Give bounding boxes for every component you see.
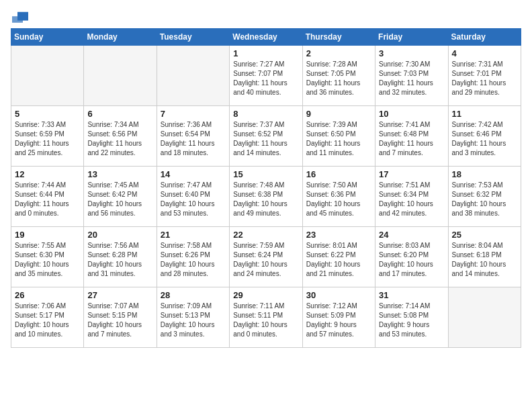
day-number: 18 [452,169,517,179]
day-header-saturday: Saturday [448,29,521,46]
calendar-week-row: 5Sunrise: 7:33 AM Sunset: 6:59 PM Daylig… [11,106,521,167]
calendar-table: SundayMondayTuesdayWednesdayThursdayFrid… [11,28,521,348]
calendar-cell: 1Sunrise: 7:27 AM Sunset: 7:07 PM Daylig… [230,46,302,106]
calendar-cell: 21Sunrise: 7:58 AM Sunset: 6:26 PM Dayli… [157,227,229,287]
calendar-cell: 24Sunrise: 8:03 AM Sunset: 6:20 PM Dayli… [375,227,448,287]
day-number: 25 [452,230,517,240]
calendar-cell: 2Sunrise: 7:28 AM Sunset: 7:05 PM Daylig… [302,46,375,106]
calendar-week-row: 19Sunrise: 7:55 AM Sunset: 6:30 PM Dayli… [11,227,521,287]
day-header-wednesday: Wednesday [230,29,302,46]
day-number: 28 [161,290,226,300]
day-info: Sunrise: 7:55 AM Sunset: 6:30 PM Dayligh… [15,241,80,279]
calendar-cell: 13Sunrise: 7:45 AM Sunset: 6:42 PM Dayli… [84,167,157,227]
day-info: Sunrise: 7:42 AM Sunset: 6:46 PM Dayligh… [452,120,517,158]
logo [11,11,28,23]
day-info: Sunrise: 7:33 AM Sunset: 6:59 PM Dayligh… [15,120,80,158]
day-number: 30 [306,290,371,300]
day-info: Sunrise: 7:31 AM Sunset: 7:01 PM Dayligh… [452,60,517,97]
calendar-cell: 8Sunrise: 7:37 AM Sunset: 6:52 PM Daylig… [230,106,302,167]
logo-icon [12,11,28,23]
day-number: 22 [233,230,298,240]
day-number: 8 [233,109,298,119]
calendar-cell [448,287,521,348]
svg-marker-1 [12,16,23,23]
day-number: 27 [87,290,152,300]
day-number: 14 [161,169,226,179]
day-info: Sunrise: 7:47 AM Sunset: 6:40 PM Dayligh… [161,181,226,218]
calendar-cell: 12Sunrise: 7:44 AM Sunset: 6:44 PM Dayli… [11,167,84,227]
calendar-cell: 7Sunrise: 7:36 AM Sunset: 6:54 PM Daylig… [157,106,229,167]
calendar-cell: 27Sunrise: 7:07 AM Sunset: 5:15 PM Dayli… [84,287,157,348]
calendar-cell: 30Sunrise: 7:12 AM Sunset: 5:09 PM Dayli… [302,287,375,348]
day-info: Sunrise: 7:50 AM Sunset: 6:36 PM Dayligh… [306,181,371,218]
day-info: Sunrise: 7:41 AM Sunset: 6:48 PM Dayligh… [379,120,444,158]
day-info: Sunrise: 7:51 AM Sunset: 6:34 PM Dayligh… [379,181,444,218]
calendar-cell: 11Sunrise: 7:42 AM Sunset: 6:46 PM Dayli… [448,106,521,167]
calendar-cell: 4Sunrise: 7:31 AM Sunset: 7:01 PM Daylig… [448,46,521,106]
day-info: Sunrise: 7:11 AM Sunset: 5:11 PM Dayligh… [233,302,298,339]
calendar-cell [84,46,157,106]
day-info: Sunrise: 7:36 AM Sunset: 6:54 PM Dayligh… [161,120,226,158]
day-number: 19 [15,230,80,240]
day-info: Sunrise: 7:12 AM Sunset: 5:09 PM Dayligh… [306,302,371,339]
day-info: Sunrise: 7:06 AM Sunset: 5:17 PM Dayligh… [15,302,80,339]
page-header [11,11,521,23]
day-info: Sunrise: 8:03 AM Sunset: 6:20 PM Dayligh… [379,241,444,279]
day-number: 17 [379,169,444,179]
day-info: Sunrise: 7:07 AM Sunset: 5:15 PM Dayligh… [87,302,152,339]
calendar-cell: 3Sunrise: 7:30 AM Sunset: 7:03 PM Daylig… [375,46,448,106]
day-number: 11 [452,109,517,119]
day-info: Sunrise: 7:58 AM Sunset: 6:26 PM Dayligh… [161,241,226,279]
calendar-cell: 22Sunrise: 7:59 AM Sunset: 6:24 PM Dayli… [230,227,302,287]
day-number: 13 [87,169,152,179]
day-info: Sunrise: 7:56 AM Sunset: 6:28 PM Dayligh… [87,241,152,279]
day-number: 12 [15,169,80,179]
calendar-cell: 14Sunrise: 7:47 AM Sunset: 6:40 PM Dayli… [157,167,229,227]
calendar-cell: 25Sunrise: 8:04 AM Sunset: 6:18 PM Dayli… [448,227,521,287]
day-number: 5 [15,109,80,119]
calendar-week-row: 26Sunrise: 7:06 AM Sunset: 5:17 PM Dayli… [11,287,521,348]
calendar-cell: 17Sunrise: 7:51 AM Sunset: 6:34 PM Dayli… [375,167,448,227]
day-number: 23 [306,230,371,240]
calendar-cell: 31Sunrise: 7:14 AM Sunset: 5:08 PM Dayli… [375,287,448,348]
day-info: Sunrise: 7:45 AM Sunset: 6:42 PM Dayligh… [87,181,152,218]
calendar-header-row: SundayMondayTuesdayWednesdayThursdayFrid… [11,29,521,46]
calendar-cell: 5Sunrise: 7:33 AM Sunset: 6:59 PM Daylig… [11,106,84,167]
day-header-sunday: Sunday [11,29,84,46]
calendar-cell: 28Sunrise: 7:09 AM Sunset: 5:13 PM Dayli… [157,287,229,348]
day-info: Sunrise: 7:48 AM Sunset: 6:38 PM Dayligh… [233,181,298,218]
day-number: 20 [87,230,152,240]
day-number: 24 [379,230,444,240]
calendar-cell: 16Sunrise: 7:50 AM Sunset: 6:36 PM Dayli… [302,167,375,227]
calendar-week-row: 12Sunrise: 7:44 AM Sunset: 6:44 PM Dayli… [11,167,521,227]
day-info: Sunrise: 7:34 AM Sunset: 6:56 PM Dayligh… [87,120,152,158]
day-number: 21 [161,230,226,240]
calendar-cell: 18Sunrise: 7:53 AM Sunset: 6:32 PM Dayli… [448,167,521,227]
day-number: 16 [306,169,371,179]
calendar-cell: 10Sunrise: 7:41 AM Sunset: 6:48 PM Dayli… [375,106,448,167]
calendar-cell: 19Sunrise: 7:55 AM Sunset: 6:30 PM Dayli… [11,227,84,287]
calendar-cell: 26Sunrise: 7:06 AM Sunset: 5:17 PM Dayli… [11,287,84,348]
day-number: 2 [306,48,371,58]
day-info: Sunrise: 8:04 AM Sunset: 6:18 PM Dayligh… [452,241,517,279]
day-number: 10 [379,109,444,119]
day-number: 31 [379,290,444,300]
day-header-thursday: Thursday [302,29,375,46]
day-header-friday: Friday [375,29,448,46]
day-header-tuesday: Tuesday [157,29,229,46]
day-number: 9 [306,109,371,119]
calendar-week-row: 1Sunrise: 7:27 AM Sunset: 7:07 PM Daylig… [11,46,521,106]
day-info: Sunrise: 7:09 AM Sunset: 5:13 PM Dayligh… [161,302,226,339]
day-number: 6 [87,109,152,119]
day-info: Sunrise: 7:39 AM Sunset: 6:50 PM Dayligh… [306,120,371,158]
day-info: Sunrise: 8:01 AM Sunset: 6:22 PM Dayligh… [306,241,371,279]
calendar-cell: 20Sunrise: 7:56 AM Sunset: 6:28 PM Dayli… [84,227,157,287]
day-number: 3 [379,48,444,58]
day-info: Sunrise: 7:53 AM Sunset: 6:32 PM Dayligh… [452,181,517,218]
calendar-cell: 9Sunrise: 7:39 AM Sunset: 6:50 PM Daylig… [302,106,375,167]
day-number: 29 [233,290,298,300]
day-info: Sunrise: 7:28 AM Sunset: 7:05 PM Dayligh… [306,60,371,97]
day-info: Sunrise: 7:44 AM Sunset: 6:44 PM Dayligh… [15,181,80,218]
day-info: Sunrise: 7:14 AM Sunset: 5:08 PM Dayligh… [379,302,444,339]
day-info: Sunrise: 7:37 AM Sunset: 6:52 PM Dayligh… [233,120,298,158]
